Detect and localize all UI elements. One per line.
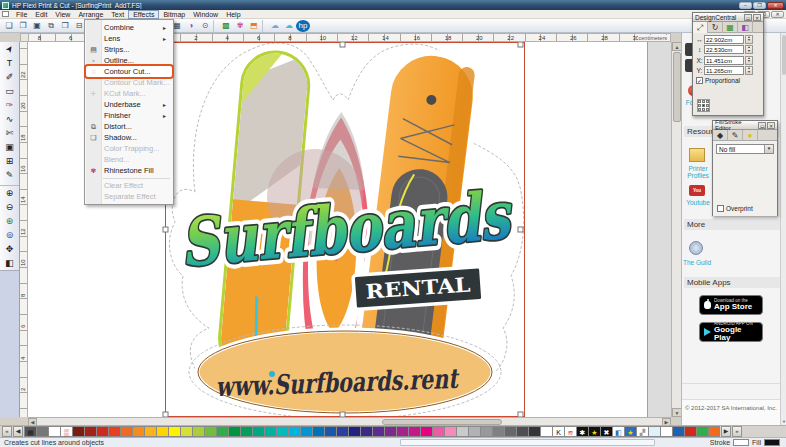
proportional-checkbox[interactable]: ✓ [696,77,703,84]
printer-profiles-icon[interactable] [689,148,705,162]
printer-profiles-link[interactable]: Printer Profiles [682,165,714,179]
rhinestone-icon[interactable]: ✾ [233,20,247,32]
color-swatch[interactable]: ▞ [636,426,648,437]
menu-window[interactable]: Window [189,10,222,19]
vinyl-spooler-icon[interactable]: ⬒ [247,20,261,32]
dimension-stepper[interactable]: ▲▼ [745,56,753,65]
color-swatch[interactable] [648,426,660,437]
close-button[interactable]: ✕ [767,2,784,9]
color-swatch[interactable] [72,426,84,437]
effects-item-combine[interactable]: Combine [86,22,172,33]
color-swatch[interactable] [348,426,360,437]
effects-item-kcut-mark[interactable]: ✛ KCut Mark... [86,88,172,99]
color-swatch[interactable] [156,426,168,437]
rectangle-tool[interactable]: ▭ [0,84,19,98]
save-icon[interactable]: ▣ [30,20,44,32]
color-swatch[interactable] [540,426,552,437]
color-swatch[interactable] [372,426,384,437]
find-icon[interactable]: ⊙ [198,20,212,32]
dimension-input[interactable]: 22.530cm [704,45,744,54]
dc-tab-rotate[interactable]: ↻ [708,22,723,33]
color-swatch[interactable]: ▒ [60,426,72,437]
knife-tool[interactable]: ✄ [0,126,19,140]
color-swatch[interactable] [660,426,672,437]
color-swatch[interactable] [132,426,144,437]
menu-file[interactable]: File [12,10,31,19]
copy-icon[interactable]: ❒ [58,20,72,32]
design-central-titlebar[interactable]: DesignCentral ▭ ✕ [693,13,763,22]
color-swatch[interactable]: ✱ [576,426,588,437]
color-swatch[interactable] [252,426,264,437]
color-swatch[interactable] [180,426,192,437]
color-swatch[interactable] [672,426,684,437]
color-swatch[interactable] [528,426,540,437]
fill-stroke-titlebar[interactable]: Fill/Stroke Editor ▭ ✕ [713,121,777,130]
color-swatch[interactable] [684,426,696,437]
fs-tab-stroke[interactable]: ✎ [728,130,743,141]
save-all-icon[interactable]: ⧉ [44,20,58,32]
effects-item-strips[interactable]: ▤ Strips... [86,44,172,55]
palette-first-arrow[interactable]: « [2,426,12,437]
color-swatch[interactable] [144,426,156,437]
open-icon[interactable]: ❐ [16,20,30,32]
color-swatch[interactable] [408,426,420,437]
surfboards-artwork[interactable]: Surfboards Surfboards RENTAL www.Surfboa… [165,42,525,417]
dc-tab-colors[interactable]: ▦ [723,22,738,33]
color-swatch[interactable] [36,426,48,437]
document-icon[interactable] [2,11,9,17]
color-swatch[interactable] [516,426,528,437]
color-swatch[interactable] [288,426,300,437]
menu-edit[interactable]: Edit [31,10,51,19]
color-swatch[interactable] [480,426,492,437]
stroke-swatch[interactable] [733,439,749,446]
effects-item-contour-cut[interactable]: ◌ Contour Cut... [86,66,172,77]
toolbar-separator[interactable] [262,20,267,32]
zoom-selection-tool[interactable]: ⊛ [0,214,19,228]
google-play-badge[interactable]: ANDROID APP ON Google Play [699,322,763,342]
color-swatch[interactable] [456,426,468,437]
color-swatch[interactable] [492,426,504,437]
panel-close-button[interactable]: ✕ [767,122,775,129]
color-swatch[interactable] [264,426,276,437]
minimize-button[interactable]: – [739,2,752,9]
dc-tab-skew[interactable]: ◧ [738,22,753,33]
youtube-link[interactable]: Youtube [682,199,714,206]
color-swatch[interactable] [468,426,480,437]
app-store-badge[interactable]: Download on the App Store [699,295,763,315]
color-swatch[interactable]: ★ [624,426,636,437]
effects-item-color-trapping[interactable]: Color Trapping... [86,143,172,154]
dimension-stepper[interactable]: ▲▼ [745,35,753,44]
effects-item-finisher[interactable]: Finisher [86,110,172,121]
new-icon[interactable]: ❏ [2,20,16,32]
sidebar-scroll-thumb[interactable] [782,35,786,75]
node-edit-tool[interactable]: ✐ [0,70,19,84]
effects-item-contour-cut-mark[interactable]: Contour Cut Mark... [86,77,172,88]
vertical-scroll-thumb[interactable] [673,52,681,122]
palette-left-arrow[interactable]: ◀ [13,426,23,437]
fs-tab-fill[interactable]: ◆ [713,130,728,141]
mdi-close-button[interactable]: ✕ [771,11,784,18]
rental-band[interactable]: RENTAL [353,267,483,310]
effects-item-rhinestone-fill[interactable]: ✾ Rhinestone Fill [86,165,172,176]
color-swatch[interactable] [96,426,108,437]
effects-item-underbase[interactable]: Underbase [86,99,172,110]
color-swatch[interactable] [708,426,720,437]
color-swatch[interactable] [324,426,336,437]
effects-item-separate-effect[interactable]: Separate Effect [86,191,172,202]
hand-tool[interactable]: ✥ [0,242,19,256]
color-swatch[interactable] [312,426,324,437]
menu-view[interactable]: View [51,10,74,19]
fs-tab-swatch[interactable]: ● [743,130,758,141]
dimension-stepper[interactable]: ▲▼ [745,45,753,54]
color-swatch[interactable] [696,426,708,437]
dimension-input[interactable]: 11.265cm [704,66,744,75]
color-swatch[interactable]: ▦ [24,426,36,437]
menu-text[interactable]: Text [107,10,128,19]
color-swatch[interactable] [276,426,288,437]
menu-effects[interactable]: Effects [128,10,159,19]
cloud-download-icon[interactable]: ☁ [268,20,282,32]
color-swatch[interactable] [384,426,396,437]
cloud-upload-icon[interactable]: ☁ [282,20,296,32]
fill-type-dropdown[interactable]: No fill ▼ [716,144,774,154]
sidebar-scroll-down[interactable]: ▼ [781,419,786,424]
